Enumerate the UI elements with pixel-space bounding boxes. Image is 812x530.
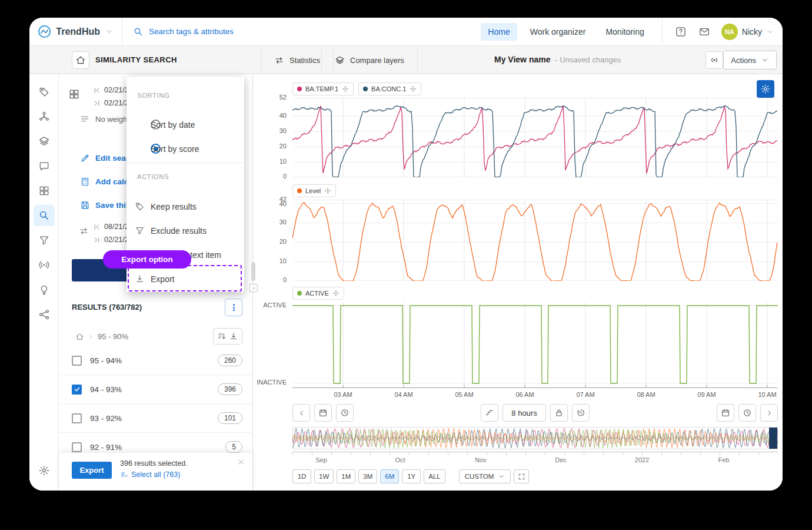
- chart-temp-conc[interactable]: 52 40 30 20 10 0: [292, 98, 778, 177]
- end-date-button[interactable]: [717, 404, 734, 422]
- timeline-label: Nov: [475, 456, 487, 463]
- row-checkbox[interactable]: [72, 442, 82, 452]
- breadcrumb-label: 95 - 90%: [98, 332, 128, 341]
- expand-range-button[interactable]: [514, 469, 529, 483]
- search-input[interactable]: [149, 27, 337, 36]
- user-menu[interactable]: NA Nicky: [718, 24, 774, 40]
- context-overview-strip[interactable]: [292, 427, 778, 449]
- move-icon[interactable]: [410, 85, 417, 92]
- rail-search-button[interactable]: [34, 205, 55, 226]
- end-time-button[interactable]: [738, 404, 756, 422]
- save-icon: [80, 200, 90, 210]
- chart-settings-button[interactable]: [757, 80, 774, 98]
- row-checkbox[interactable]: [72, 413, 82, 423]
- rail-cluster-button[interactable]: [34, 106, 55, 127]
- menu-item-sort-by-date[interactable]: Sort by date: [127, 112, 244, 137]
- select-all-link[interactable]: Select all (763): [120, 471, 180, 479]
- time-nav-toolbar: 8 hours: [292, 403, 778, 422]
- zoom-all-button[interactable]: ALL: [424, 469, 445, 483]
- results-header: RESULTS (763/782): [59, 303, 253, 312]
- menu-item-exclude-results[interactable]: Exclude results: [127, 218, 244, 243]
- pan-left-button[interactable]: [292, 404, 310, 422]
- history-button[interactable]: [572, 404, 590, 422]
- actions-button[interactable]: Actions: [723, 51, 777, 69]
- avatar: NA: [721, 24, 738, 40]
- zoom-custom-button[interactable]: CUSTOM: [459, 469, 511, 483]
- pan-right-button[interactable]: [760, 404, 778, 422]
- legend-chip-ba-temp[interactable]: BA:TEMP.1: [292, 82, 354, 95]
- menu-item-export[interactable]: Export: [127, 267, 244, 291]
- sort-icon[interactable]: [217, 332, 227, 341]
- download-icon: [135, 274, 145, 284]
- rail-settings-button[interactable]: [34, 460, 55, 481]
- nav-right-group: [717, 404, 778, 422]
- legend-chip-active[interactable]: ACTIVE: [292, 287, 344, 300]
- row-count-badge: 260: [218, 355, 242, 366]
- zoom-3m-button[interactable]: 3M: [358, 469, 377, 483]
- zoom-6m-button[interactable]: 6M: [380, 469, 399, 483]
- dismiss-icon[interactable]: [249, 284, 258, 292]
- move-icon[interactable]: [332, 290, 340, 297]
- tab-label: Statistics: [289, 56, 320, 65]
- menu-item-sort-by-score[interactable]: Sort by score: [127, 137, 244, 161]
- scrollbar-handle[interactable]: [251, 262, 255, 281]
- y-tick: 0: [283, 276, 287, 283]
- result-row[interactable]: 93 - 92% 101: [59, 404, 253, 433]
- duration-box[interactable]: 8 hours: [502, 404, 545, 422]
- messages-button[interactable]: [694, 22, 714, 42]
- trend-mode-button[interactable]: [481, 404, 498, 422]
- search-icon: [38, 210, 50, 221]
- zoom-1d-button[interactable]: 1D: [292, 469, 311, 483]
- rail-dashboard-button[interactable]: [34, 180, 55, 201]
- home-icon[interactable]: [75, 332, 84, 341]
- chart-digital-active[interactable]: ACTIVE INACTIVE: [292, 302, 778, 388]
- results-menu-button[interactable]: [225, 299, 242, 316]
- export-button[interactable]: Export: [72, 462, 112, 479]
- row-label: 93 - 92%: [90, 414, 122, 423]
- menu-item-label: Sort by score: [151, 144, 199, 154]
- tab-compare-layers[interactable]: Compare layers: [321, 46, 418, 74]
- legend-chip-level[interactable]: Level: [292, 184, 336, 197]
- row-checkbox[interactable]: [72, 385, 82, 395]
- timeline-ticks: [292, 452, 778, 455]
- global-search[interactable]: [122, 26, 346, 37]
- menu-item-keep-results[interactable]: Keep results: [127, 194, 244, 218]
- collapse-icon[interactable]: [229, 332, 238, 341]
- help-button[interactable]: [671, 22, 691, 42]
- zoom-1m-button[interactable]: 1M: [337, 469, 355, 483]
- row-checkbox[interactable]: [72, 356, 82, 366]
- rail-recommendations-button[interactable]: [34, 279, 55, 300]
- chart-level[interactable]: 42 40 30 20 10 0: [292, 200, 778, 281]
- legend-chip-ba-conc[interactable]: BA:CONC.1: [358, 82, 421, 95]
- live-mode-button[interactable]: [705, 51, 723, 69]
- user-name: Nicky: [742, 27, 762, 37]
- chevron-down-icon[interactable]: [105, 27, 114, 36]
- series-name: BA:TEMP.1: [305, 85, 338, 92]
- close-footer-button[interactable]: [237, 458, 245, 468]
- home-button[interactable]: [72, 51, 89, 69]
- result-row[interactable]: 95 - 94% 260: [59, 346, 253, 375]
- rail-filter-button[interactable]: [34, 230, 55, 251]
- app-switcher[interactable]: TrendHub: [29, 18, 122, 45]
- x-tick: 03 AM: [334, 391, 352, 398]
- zoom-1w-button[interactable]: 1W: [314, 469, 334, 483]
- zoom-1y-button[interactable]: 1Y: [402, 469, 421, 483]
- start-date-button[interactable]: [314, 404, 332, 422]
- overview-timeline: Sep Oct Nov Dec 2022 Feb: [292, 452, 778, 467]
- topbar: TrendHub Home Work organizer Monitoring …: [29, 18, 783, 46]
- result-row[interactable]: 94 - 93% 396: [59, 375, 253, 404]
- start-time-button[interactable]: [336, 404, 354, 422]
- nav-home[interactable]: Home: [481, 23, 517, 41]
- rail-workflow-button[interactable]: [34, 304, 55, 325]
- rail-layers-button[interactable]: [34, 131, 55, 152]
- lock-duration-button[interactable]: [550, 404, 568, 422]
- chevron-right-icon: [88, 333, 94, 340]
- rail-tags-button[interactable]: [34, 81, 55, 102]
- move-icon[interactable]: [342, 85, 349, 92]
- chevron-right-icon: [765, 409, 774, 418]
- move-icon[interactable]: [324, 187, 331, 194]
- nav-monitoring[interactable]: Monitoring: [598, 23, 651, 41]
- rail-live-button[interactable]: [34, 254, 55, 276]
- rail-comments-button[interactable]: [34, 155, 55, 177]
- nav-work-organizer[interactable]: Work organizer: [523, 23, 593, 41]
